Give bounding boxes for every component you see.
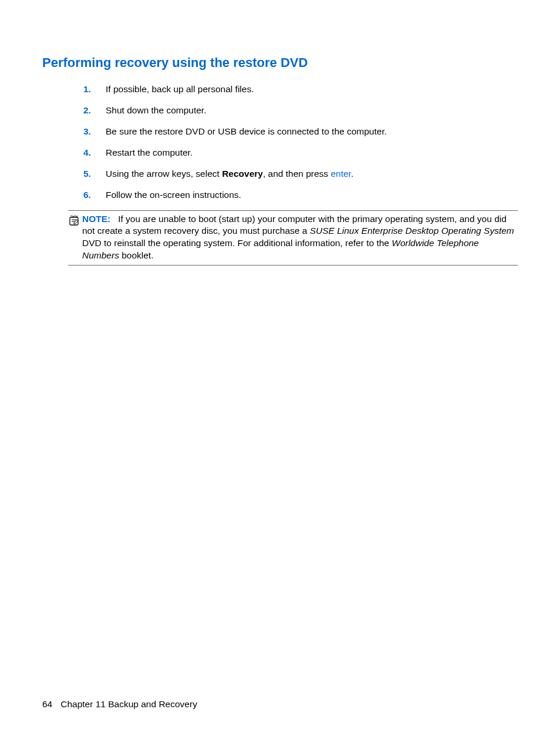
note-icon bbox=[68, 214, 81, 230]
note-label: NOTE: bbox=[82, 214, 110, 224]
list-item: 3. Be sure the restore DVD or USB device… bbox=[83, 126, 518, 138]
note-box: NOTE: If you are unable to boot (start u… bbox=[68, 210, 518, 266]
list-text: Restart the computer. bbox=[106, 147, 518, 159]
list-number: 2. bbox=[83, 105, 106, 117]
page-content: Performing recovery using the restore DV… bbox=[0, 0, 560, 266]
note-content: NOTE: If you are unable to boot (start u… bbox=[82, 213, 518, 263]
text-prefix: Using the arrow keys, select bbox=[106, 169, 222, 179]
page-footer: 64Chapter 11 Backup and Recovery bbox=[42, 699, 197, 710]
chapter-title: Chapter 11 Backup and Recovery bbox=[60, 699, 197, 709]
list-text: If possible, back up all personal files. bbox=[106, 83, 518, 96]
steps-list: 1. If possible, back up all personal fil… bbox=[83, 83, 518, 201]
list-item: 6. Follow the on-screen instructions. bbox=[83, 189, 518, 201]
list-text: Using the arrow keys, select Recovery, a… bbox=[106, 168, 518, 180]
list-item: 2. Shut down the computer. bbox=[83, 105, 518, 117]
text-link: enter bbox=[330, 169, 350, 179]
list-item: 1. If possible, back up all personal fil… bbox=[83, 83, 518, 96]
list-text: Follow the on-screen instructions. bbox=[106, 189, 518, 201]
list-item: 4. Restart the computer. bbox=[83, 147, 518, 159]
page-number: 64 bbox=[42, 699, 52, 710]
list-text: Shut down the computer. bbox=[106, 105, 518, 117]
note-italic1: SUSE Linux Enterprise Desktop Operating … bbox=[310, 226, 514, 236]
text-suffix: . bbox=[351, 169, 353, 179]
note-part2: DVD to reinstall the operating system. F… bbox=[82, 238, 392, 248]
text-mid: , and then press bbox=[263, 169, 330, 179]
list-number: 5. bbox=[83, 168, 106, 180]
text-bold: Recovery bbox=[222, 169, 263, 179]
note-part3: booklet. bbox=[119, 250, 154, 260]
list-text: Be sure the restore DVD or USB device is… bbox=[106, 126, 518, 138]
list-number: 3. bbox=[83, 126, 106, 138]
list-item: 5. Using the arrow keys, select Recovery… bbox=[83, 168, 518, 180]
list-number: 1. bbox=[83, 83, 106, 96]
list-number: 4. bbox=[83, 147, 106, 159]
list-number: 6. bbox=[83, 189, 106, 201]
section-heading: Performing recovery using the restore DV… bbox=[42, 55, 518, 70]
